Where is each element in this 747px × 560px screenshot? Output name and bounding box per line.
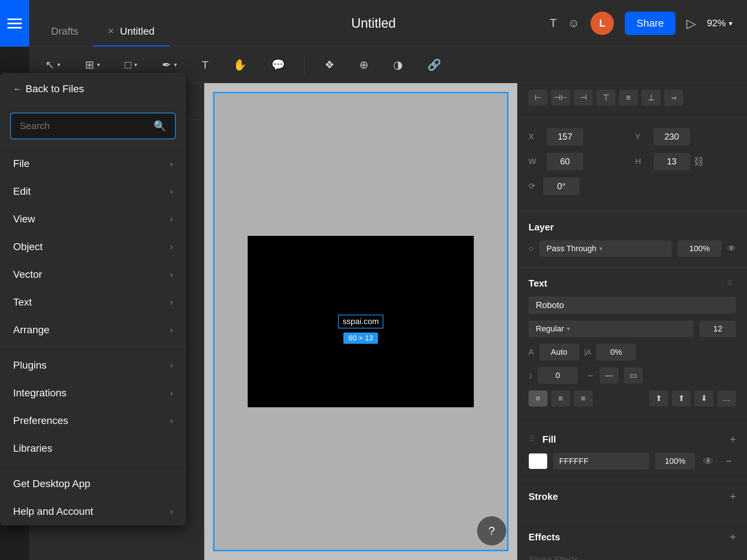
layer-section-title: Layer bbox=[529, 222, 736, 233]
menu-libraries[interactable]: Libraries bbox=[0, 435, 186, 462]
tool-shape[interactable]: □ ▾ bbox=[120, 55, 142, 75]
letter-spacing-icon: |A bbox=[584, 348, 591, 357]
tool-hand[interactable]: ✋ bbox=[228, 55, 252, 75]
stroke-add-button[interactable]: + bbox=[729, 490, 736, 503]
tab-close-icon[interactable]: ✕ bbox=[108, 27, 114, 36]
tool-cursor[interactable]: ↖ ▾ bbox=[40, 55, 65, 75]
text-section: Text ⠿ Roboto Regular ▾ 12 A Auto |A bbox=[518, 268, 747, 423]
fill-row: FFFFFF 100% 👁 − bbox=[529, 453, 736, 470]
menu-preferences[interactable]: Preferences › bbox=[0, 407, 186, 435]
constrain-proportions-icon[interactable]: ⛓ bbox=[694, 156, 704, 168]
search-input[interactable] bbox=[20, 120, 148, 132]
tool-component[interactable]: ❖ bbox=[320, 55, 340, 75]
fill-opacity-input[interactable]: 100% bbox=[655, 453, 695, 470]
font-size-input[interactable]: 12 bbox=[700, 320, 736, 337]
menu-vector[interactable]: Vector › bbox=[0, 261, 186, 288]
text-align-right[interactable]: ≡ bbox=[574, 390, 593, 407]
text-tool-icon[interactable]: T bbox=[550, 16, 557, 30]
fill-visibility-icon[interactable]: 👁 bbox=[701, 455, 716, 467]
text-valign-bottom[interactable]: ⬇ bbox=[694, 390, 713, 407]
fill-delete-button[interactable]: − bbox=[721, 455, 736, 467]
rotation-value[interactable]: 0° bbox=[543, 178, 580, 195]
fill-color-swatch[interactable] bbox=[529, 453, 547, 469]
text-valign-top[interactable]: ⬆ bbox=[649, 390, 668, 407]
text-drag-icon[interactable]: ⠿ bbox=[727, 279, 732, 288]
menu-get-desktop[interactable]: Get Desktop App bbox=[0, 470, 186, 498]
h-field: H 13 ⛓ bbox=[635, 153, 736, 170]
w-value[interactable]: 60 bbox=[547, 153, 583, 170]
avatar[interactable]: L bbox=[591, 12, 614, 35]
menu-arrow-integrations: › bbox=[170, 388, 173, 398]
search-wrap: 🔍 bbox=[0, 105, 186, 147]
shape-icon: □ bbox=[125, 59, 131, 71]
main-menu-button[interactable] bbox=[0, 0, 29, 47]
play-button[interactable]: ▷ bbox=[686, 16, 696, 31]
align-left-btn[interactable]: ⊢ bbox=[529, 90, 547, 106]
text-para-row: ↕ 0 ↔ — ▭ bbox=[529, 367, 736, 384]
zoom-control[interactable]: 92% ▾ bbox=[707, 18, 732, 29]
tab-drafts[interactable]: Drafts bbox=[36, 17, 93, 46]
font-style-dropdown[interactable]: Regular ▾ bbox=[529, 320, 694, 337]
tool-frame[interactable]: ⊞ ▾ bbox=[80, 55, 105, 75]
text-more-options[interactable]: … bbox=[717, 390, 736, 407]
help-button[interactable]: ? bbox=[477, 516, 506, 545]
layer-opacity-input[interactable]: 100% bbox=[678, 240, 721, 257]
canvas[interactable]: sspai.com 60 × 13 bbox=[204, 83, 517, 560]
fill-add-button[interactable]: + bbox=[729, 433, 736, 446]
layer-visibility-icon[interactable]: 👁 bbox=[727, 244, 736, 254]
tool-text[interactable]: T bbox=[197, 55, 213, 75]
menu-file[interactable]: File › bbox=[0, 150, 186, 178]
align-right-btn[interactable]: ⊣ bbox=[574, 90, 593, 106]
tool-comment[interactable]: 💬 bbox=[266, 55, 290, 75]
menu-arrange[interactable]: Arrange › bbox=[0, 316, 186, 344]
menu-arrow-vector: › bbox=[170, 269, 173, 280]
artboard-frame[interactable]: sspai.com 60 × 13 bbox=[213, 92, 508, 551]
letter-spacing-input[interactable]: 0% bbox=[596, 344, 636, 361]
fill-drag-icon[interactable]: ⠿ bbox=[529, 435, 534, 444]
menu-group-2: Plugins › Integrations › Preferences › L… bbox=[0, 349, 186, 462]
layer-mode-chevron-icon: ▾ bbox=[599, 245, 603, 253]
tool-link[interactable]: 🔗 bbox=[422, 55, 446, 75]
back-to-files-button[interactable]: ← Back to Files bbox=[0, 73, 186, 105]
line-height-icon: A bbox=[529, 347, 534, 357]
tool-vector[interactable]: ✒ ▾ bbox=[157, 55, 182, 75]
menu-help-account[interactable]: Help and Account › bbox=[0, 498, 186, 525]
effects-add-button[interactable]: + bbox=[729, 531, 736, 543]
line-height-input[interactable]: Auto bbox=[539, 344, 579, 361]
layer-mode-dropdown[interactable]: Pass Through ▾ bbox=[539, 240, 672, 257]
y-value[interactable]: 230 bbox=[654, 128, 690, 145]
menu-view[interactable]: View › bbox=[0, 205, 186, 233]
text-element[interactable]: sspai.com 60 × 13 bbox=[338, 315, 383, 328]
align-top-btn[interactable]: ⊤ bbox=[596, 90, 615, 106]
tool-bool[interactable]: ⊕ bbox=[354, 55, 374, 75]
search-field-container: 🔍 bbox=[10, 113, 176, 139]
topbar: Drafts ✕ Untitled Untitled T ☺ L Share ▷… bbox=[0, 0, 747, 47]
menu-integrations[interactable]: Integrations › bbox=[0, 379, 186, 407]
menu-edit[interactable]: Edit › bbox=[0, 178, 186, 205]
present-icon[interactable]: ☺ bbox=[568, 16, 580, 30]
align-center-v-btn[interactable]: ≡ bbox=[619, 90, 638, 106]
menu-plugins[interactable]: Plugins › bbox=[0, 351, 186, 379]
distribute-h-btn[interactable]: ⫤ bbox=[664, 90, 683, 106]
para-spacing-input[interactable]: 0 bbox=[538, 367, 578, 384]
text-align-center[interactable]: ≡ bbox=[551, 390, 570, 407]
text-overflow-clip[interactable]: ▭ bbox=[624, 368, 643, 384]
tab-untitled[interactable]: ✕ Untitled bbox=[93, 17, 169, 46]
font-name-input[interactable]: Roboto bbox=[529, 296, 736, 314]
x-value[interactable]: 157 bbox=[547, 128, 583, 145]
menu-text[interactable]: Text › bbox=[0, 288, 186, 316]
h-value[interactable]: 13 bbox=[654, 153, 690, 170]
share-button[interactable]: Share bbox=[625, 12, 676, 35]
menu-object[interactable]: Object › bbox=[0, 233, 186, 261]
text-section-header: Text ⠿ bbox=[529, 278, 736, 289]
align-bottom-btn[interactable]: ⊥ bbox=[642, 90, 661, 106]
tool-mask[interactable]: ◑ bbox=[388, 55, 408, 75]
tool-chevron-frame: ▾ bbox=[97, 61, 100, 68]
text-overflow-none[interactable]: — bbox=[600, 368, 619, 384]
w-field: W 60 bbox=[529, 153, 630, 170]
text-valign-middle[interactable]: ⬆ bbox=[672, 390, 691, 407]
text-align-left[interactable]: ≡ bbox=[529, 390, 547, 407]
fill-hex-input[interactable]: FFFFFF bbox=[553, 453, 649, 470]
comment-icon: 💬 bbox=[271, 58, 285, 71]
align-center-h-btn[interactable]: ⊣⊢ bbox=[551, 90, 570, 106]
